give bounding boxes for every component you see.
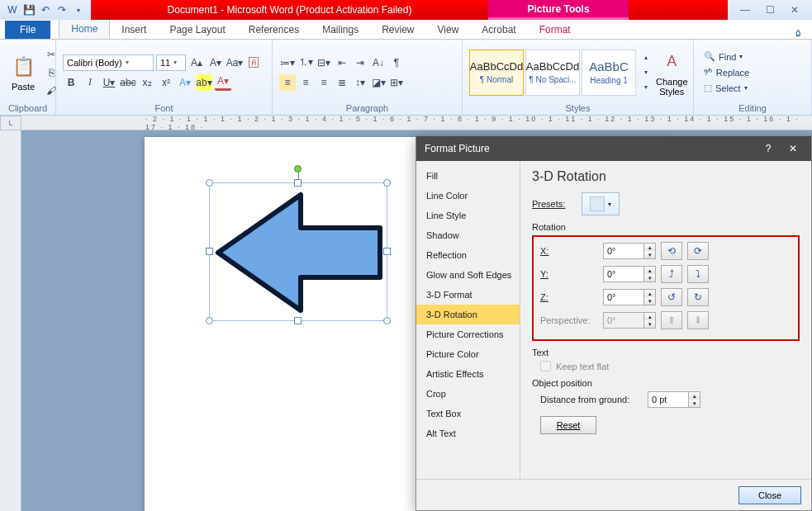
dialog-titlebar[interactable]: Format Picture ? ✕ — [416, 136, 811, 161]
align-right-icon[interactable]: ≡ — [316, 74, 332, 91]
dialog-help-icon[interactable]: ? — [758, 143, 778, 154]
text-effects-icon[interactable]: A▾ — [177, 74, 193, 91]
justify-icon[interactable]: ≣ — [334, 74, 350, 91]
undo-icon[interactable]: ↶ — [38, 2, 53, 17]
sidebar-text-box[interactable]: Text Box — [416, 404, 520, 423]
sidebar-fill[interactable]: Fill — [416, 166, 520, 186]
reset-button[interactable]: Reset — [540, 416, 596, 434]
selected-shape[interactable] — [209, 182, 387, 321]
tab-home[interactable]: Home — [59, 19, 110, 39]
x-rotate-right-icon[interactable]: ⟳ — [687, 242, 709, 260]
close-window-icon[interactable]: ✕ — [782, 2, 807, 18]
x-input[interactable]: 0° — [603, 243, 644, 259]
multilevel-list-icon[interactable]: ⊟▾ — [316, 54, 332, 71]
distance-input[interactable]: 0 pt — [648, 391, 689, 408]
find-button[interactable]: 🔍Find▾ — [700, 50, 753, 64]
tab-mailings[interactable]: Mailings — [311, 21, 370, 39]
redo-icon[interactable]: ↷ — [55, 2, 69, 17]
style-heading-1[interactable]: AaBbCHeading 1 — [582, 50, 636, 96]
borders-icon[interactable]: ⊞▾ — [388, 74, 405, 91]
bullets-icon[interactable]: ≔▾ — [279, 54, 296, 71]
z-spinner[interactable]: ▴▾ — [644, 289, 656, 305]
sidebar-3d-format[interactable]: 3-D Format — [416, 285, 520, 305]
arrow-shape[interactable] — [210, 183, 388, 322]
highlight-icon[interactable]: ab▾ — [196, 74, 212, 91]
sidebar-3d-rotation[interactable]: 3-D Rotation — [416, 305, 520, 324]
increase-indent-icon[interactable]: ⇥ — [352, 54, 368, 71]
font-name-combo[interactable]: Calibri (Body)▾ — [63, 54, 154, 71]
save-icon[interactable]: 💾 — [21, 2, 36, 17]
tab-file[interactable]: File — [5, 21, 50, 39]
resize-handle-t[interactable] — [294, 179, 302, 187]
y-rotate-up-icon[interactable]: ⤴ — [661, 265, 682, 283]
resize-handle-b[interactable] — [294, 317, 302, 324]
superscript-button[interactable]: x² — [158, 74, 174, 91]
x-rotate-left-icon[interactable]: ⟲ — [661, 242, 682, 260]
tab-insert[interactable]: Insert — [110, 21, 158, 39]
sidebar-line-color[interactable]: Line Color — [416, 186, 520, 206]
presets-dropdown[interactable]: ▾ — [582, 192, 620, 215]
style-scroll-down-icon[interactable]: ▾ — [638, 65, 654, 80]
minimize-icon[interactable]: — — [733, 2, 757, 18]
bold-button[interactable]: B — [63, 74, 79, 91]
change-case-icon[interactable]: Aa▾ — [226, 54, 243, 71]
horizontal-ruler[interactable]: · 2 · 1 · 1 · 1 · 1 · 1 · 2 · 1 · 3 · 1 … — [21, 116, 812, 130]
tab-page-layout[interactable]: Page Layout — [158, 21, 236, 39]
y-rotate-down-icon[interactable]: ⤵ — [687, 265, 709, 283]
shrink-font-icon[interactable]: A▾ — [207, 54, 224, 71]
z-rotate-cw-icon[interactable]: ↻ — [687, 288, 709, 306]
shading-icon[interactable]: ◪▾ — [370, 74, 387, 91]
replace-button[interactable]: ᵃ⁄ᵇReplace — [700, 65, 753, 79]
tab-review[interactable]: Review — [370, 21, 425, 39]
vertical-ruler[interactable] — [0, 130, 21, 511]
resize-handle-bl[interactable] — [206, 317, 213, 324]
word-icon[interactable]: W — [5, 2, 20, 17]
resize-handle-r[interactable] — [383, 248, 391, 255]
tab-acrobat[interactable]: Acrobat — [470, 21, 527, 39]
font-color-icon[interactable]: A▾ — [215, 74, 231, 91]
align-left-icon[interactable]: ≡ — [279, 74, 296, 91]
maximize-icon[interactable]: ☐ — [757, 2, 782, 18]
font-size-combo[interactable]: 11▾ — [156, 54, 186, 71]
line-spacing-icon[interactable]: ↕▾ — [352, 74, 368, 91]
style-normal[interactable]: AaBbCcDd¶ Normal — [469, 50, 524, 96]
resize-handle-br[interactable] — [383, 317, 391, 324]
sort-icon[interactable]: A↓ — [370, 54, 387, 71]
select-button[interactable]: ⬚Select▾ — [700, 81, 753, 95]
rotation-handle[interactable] — [294, 165, 302, 173]
x-spinner[interactable]: ▴▾ — [644, 243, 656, 259]
distance-spinner[interactable]: ▴▾ — [689, 391, 700, 408]
numbering-icon[interactable]: ⒈▾ — [297, 54, 314, 71]
show-marks-icon[interactable]: ¶ — [388, 54, 405, 71]
align-center-icon[interactable]: ≡ — [297, 74, 314, 91]
tab-references[interactable]: References — [237, 21, 311, 39]
y-spinner[interactable]: ▴▾ — [644, 266, 656, 282]
sidebar-picture-corrections[interactable]: Picture Corrections — [416, 324, 520, 344]
decrease-indent-icon[interactable]: ⇤ — [334, 54, 350, 71]
sidebar-artistic-effects[interactable]: Artistic Effects — [416, 364, 520, 384]
resize-handle-l[interactable] — [206, 248, 213, 255]
close-button[interactable]: Close — [738, 486, 801, 504]
qat-customize-icon[interactable]: ▾ — [71, 2, 86, 17]
style-scroll-up-icon[interactable]: ▴ — [638, 50, 654, 65]
grow-font-icon[interactable]: A▴ — [188, 54, 205, 71]
underline-button[interactable]: U▾ — [101, 74, 117, 91]
italic-button[interactable]: I — [82, 74, 98, 91]
sidebar-alt-text[interactable]: Alt Text — [416, 423, 520, 443]
sidebar-picture-color[interactable]: Picture Color — [416, 344, 520, 364]
clear-formatting-icon[interactable]: 🄰 — [245, 54, 262, 71]
resize-handle-tr[interactable] — [383, 179, 391, 187]
sidebar-reflection[interactable]: Reflection — [416, 245, 520, 265]
z-input[interactable]: 0° — [603, 289, 644, 305]
resize-handle-tl[interactable] — [206, 179, 213, 187]
ruler-corner[interactable]: L — [0, 116, 21, 130]
tab-view[interactable]: View — [426, 21, 471, 39]
dialog-close-icon[interactable]: ✕ — [783, 143, 803, 154]
tab-format[interactable]: Format — [528, 21, 582, 39]
style-no-spacing[interactable]: AaBbCcDd¶ No Spaci... — [525, 50, 580, 96]
paste-button[interactable]: 📋 Paste — [7, 50, 40, 95]
change-styles-button[interactable]: A Change Styles — [653, 45, 691, 100]
z-rotate-ccw-icon[interactable]: ↺ — [661, 288, 682, 306]
style-more-icon[interactable]: ▾ — [638, 80, 654, 95]
sidebar-glow[interactable]: Glow and Soft Edges — [416, 265, 520, 285]
